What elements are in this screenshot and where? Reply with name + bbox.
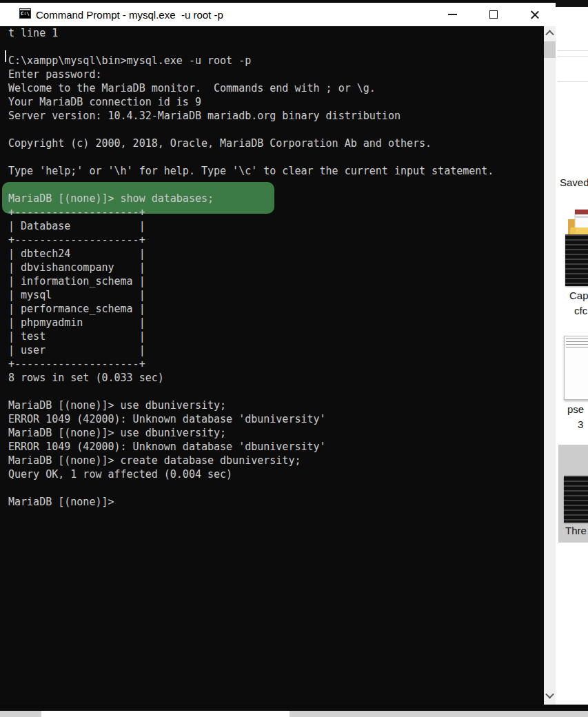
console-line: Query OK, 1 row affected (0.004 sec) xyxy=(0,467,544,481)
text-cursor-artifact xyxy=(5,50,6,62)
console-output: t line 1 C:\xampp\mysql\bin>mysql.exe -u… xyxy=(0,26,544,509)
console-line: MariaDB [(none)]> use dbuniversity; xyxy=(0,398,544,412)
console-area[interactable]: t line 1 C:\xampp\mysql\bin>mysql.exe -u… xyxy=(0,26,544,705)
console-line: Welcome to the MariaDB monitor. Commands… xyxy=(0,81,544,95)
background-window: Saved Capt cfc pse 3 Thre xyxy=(556,0,588,717)
maximize-button[interactable] xyxy=(478,3,509,26)
console-line: | mysql | xyxy=(0,288,544,302)
console-line: +--------------------+ xyxy=(0,357,544,371)
desktop-item-label-line1: Capt xyxy=(569,290,588,301)
console-line: t line 1 xyxy=(0,26,544,40)
desktop-item-label: Saved xyxy=(560,176,588,188)
console-line: MariaDB [(none)]> create database dbuniv… xyxy=(0,454,544,467)
console-line: Type 'help;' or '\h' for help. Type '\c'… xyxy=(0,164,544,178)
desktop-item-label-line2: cfc xyxy=(574,305,587,316)
console-line: +--------------------+ xyxy=(0,233,544,247)
minimize-icon xyxy=(448,14,457,15)
desktop-item-label: Thre xyxy=(565,525,587,536)
maximize-icon xyxy=(489,10,498,19)
console-line: MariaDB [(none)]> use dbuniversity; xyxy=(0,426,544,440)
chevron-down-icon xyxy=(545,689,554,698)
window-title: Command Prompt - mysql.exe -u root -p xyxy=(36,9,223,21)
console-line: | dbvishancompany | xyxy=(0,261,544,274)
close-icon xyxy=(529,10,540,20)
document-text-lines xyxy=(566,339,588,350)
console-line: Enter password: xyxy=(0,68,544,81)
title-bar[interactable]: C:\ Command Prompt - mysql.exe -u root -… xyxy=(0,3,556,26)
console-line: ERROR 1049 (42000): Unknown database 'db… xyxy=(0,412,544,426)
scrollbar-track[interactable] xyxy=(544,26,556,705)
desktop-item-label-line1: pse xyxy=(567,403,584,415)
minimize-button[interactable] xyxy=(436,3,468,26)
console-line xyxy=(0,150,544,164)
console-line: C:\xampp\mysql\bin>mysql.exe -u root -p xyxy=(0,54,544,68)
scroll-down-button[interactable] xyxy=(544,688,556,702)
console-line xyxy=(0,40,544,54)
console-line xyxy=(0,481,544,495)
console-line: | performance_schema | xyxy=(0,302,544,316)
console-line: 8 rows in set (0.033 sec) xyxy=(0,371,544,385)
desktop-item-pse[interactable]: pse 3 xyxy=(556,336,588,439)
console-line: | phpmyadmin | xyxy=(0,316,544,330)
console-line xyxy=(0,385,544,398)
chevron-up-icon xyxy=(545,30,554,39)
console-line: Server version: 10.4.32-MariaDB mariadb.… xyxy=(0,109,544,123)
desktop-item-capt[interactable]: Capt cfc xyxy=(556,234,588,321)
scroll-up-button[interactable] xyxy=(544,26,556,40)
desktop-item-thre-selected[interactable]: Thre xyxy=(558,445,588,543)
cmd-icon: C:\ xyxy=(19,8,31,19)
command-prompt-window: C:\ Command Prompt - mysql.exe -u root -… xyxy=(0,0,556,705)
console-line: Your MariaDB connection id is 9 xyxy=(0,95,544,109)
taskbar-sliver-highlight xyxy=(41,711,290,717)
divider xyxy=(558,81,588,82)
console-line xyxy=(0,178,544,192)
console-line: +--------------------+ xyxy=(0,205,544,219)
window-bottom-border xyxy=(0,705,588,711)
document-thumbnail-icon xyxy=(564,336,588,400)
console-line: | user | xyxy=(0,343,544,357)
console-line xyxy=(0,123,544,137)
console-line: ERROR 1049 (42000): Unknown database 'db… xyxy=(0,440,544,454)
console-line: | dbtech24 | xyxy=(0,247,544,261)
console-line: MariaDB [(none)]> show databases; xyxy=(0,192,544,205)
background-window-top-strip xyxy=(556,0,588,7)
desktop-item-label-line2: 3 xyxy=(578,418,583,430)
console-line: | test | xyxy=(0,330,544,343)
terminal-thumbnail-icon xyxy=(564,476,588,523)
scrollbar-thumb[interactable] xyxy=(544,41,556,58)
divider xyxy=(558,56,588,57)
taskbar-sliver xyxy=(0,711,588,717)
console-line: MariaDB [(none)]> xyxy=(0,495,544,509)
close-button[interactable] xyxy=(518,3,550,26)
divider xyxy=(558,50,588,51)
console-line: | information_schema | xyxy=(0,274,544,288)
console-line: | Database | xyxy=(0,219,544,233)
terminal-thumbnail-icon xyxy=(565,234,588,286)
screen: Saved Capt cfc pse 3 Thre C:\ xyxy=(0,0,588,717)
desktop-item-saved[interactable]: Saved xyxy=(556,102,588,190)
console-line: Copyright (c) 2000, 2018, Oracle, MariaD… xyxy=(0,137,544,150)
